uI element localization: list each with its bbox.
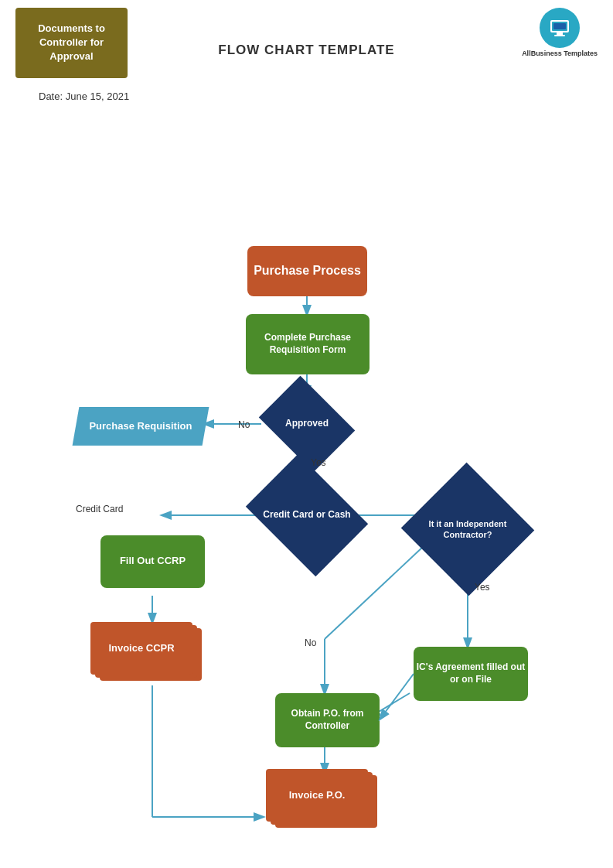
invoice-po-label: Invoice P.O. — [289, 789, 346, 801]
logo-text: AllBusiness Templates — [522, 50, 598, 59]
page-title: FLOW CHART TEMPLATE — [218, 43, 394, 58]
credit-card-cash-diamond: Credit Card or Cash — [246, 453, 368, 576]
yes-label-ic: Yes — [475, 582, 490, 593]
purchase-process-shape: Purchase Process — [247, 246, 367, 296]
logo-area: AllBusiness Templates — [522, 8, 598, 59]
purchase-requisition-label: Purchase Requisition — [76, 416, 206, 436]
svg-rect-4 — [554, 35, 565, 36]
fill-out-ccrp-label: Fill Out CCRP — [120, 555, 186, 568]
svg-line-21 — [380, 674, 414, 719]
purchase-process-label: Purchase Process — [254, 263, 361, 279]
ics-agreement-shape: IC's Agreement filled out or on File — [414, 647, 528, 701]
date-line: Date: June 15, 2021 — [0, 86, 613, 105]
header: Documents to Controller for Approval FLO… — [0, 0, 613, 86]
fill-out-ccrp-shape: Fill Out CCRP — [100, 535, 205, 588]
date-value: June 15, 2021 — [66, 91, 129, 102]
doc-box-label: Documents to Controller for Approval — [28, 22, 115, 64]
svg-line-15 — [325, 546, 424, 639]
approved-diamond: Approved — [259, 375, 355, 471]
obtain-po-label: Obtain P.O. from Controller — [275, 708, 380, 732]
flowchart: Purchase Process Complete Purchase Requi… — [0, 105, 613, 863]
invoice-ccpr-label: Invoice CCPR — [108, 642, 174, 654]
date-label: Date: — [39, 91, 63, 102]
yes-label: Yes — [311, 457, 326, 468]
svg-rect-3 — [557, 32, 563, 35]
logo-circle — [540, 8, 580, 48]
credit-card-label: Credit Card — [76, 504, 123, 514]
obtain-po-shape: Obtain P.O. from Controller — [275, 693, 380, 747]
independent-contractor-label: It it an Independent Contractor? — [420, 483, 516, 576]
invoice-po-stacked: Invoice P.O. — [264, 769, 384, 832]
credit-card-cash-label: Credit Card or Cash — [257, 478, 356, 552]
page-number: Page 1 of 2 — [0, 863, 613, 868]
ics-agreement-label: IC's Agreement filled out or on File — [414, 661, 528, 685]
independent-contractor-diamond: It it an Independent Contractor? — [401, 462, 535, 596]
logo-icon — [548, 16, 571, 39]
invoice-ccpr-stacked: Invoice CCPR — [89, 622, 209, 685]
purchase-requisition-shape: Purchase Requisition — [73, 407, 209, 446]
complete-form-shape: Complete Purchase Requisition Form — [246, 314, 370, 374]
doc-box: Documents to Controller for Approval — [15, 8, 128, 78]
approved-label: Approved — [268, 395, 346, 453]
complete-form-label: Complete Purchase Requisition Form — [246, 332, 370, 356]
no-label-ic: No — [305, 637, 316, 648]
no-label: No — [238, 419, 250, 430]
svg-rect-2 — [553, 23, 566, 29]
